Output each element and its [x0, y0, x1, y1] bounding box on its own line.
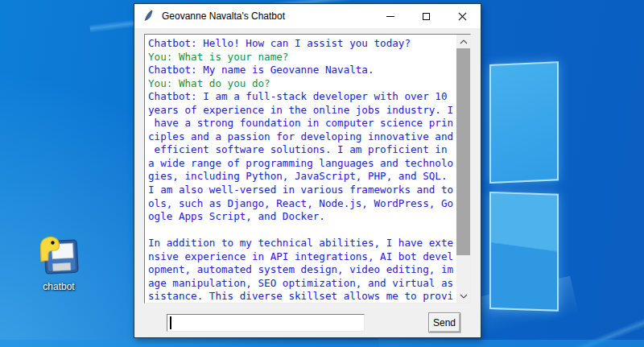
chat-line: I am also well-versed in various framewo…	[148, 184, 456, 197]
chat-line: a wide range of programming languages an…	[148, 157, 456, 171]
scroll-down-button[interactable]	[456, 289, 470, 303]
close-icon	[458, 12, 467, 21]
chevron-down-icon	[460, 294, 468, 299]
window-title: Geovanne Navalta's Chatbot	[162, 10, 285, 22]
window-titlebar[interactable]: Geovanne Navalta's Chatbot	[134, 4, 481, 28]
chat-line: Chatbot: I am a full-stack developer wit…	[148, 90, 456, 104]
message-entry-wrap	[167, 314, 365, 332]
chat-line: opment, automated system design, video e…	[148, 263, 456, 277]
chat-line: years of experience in the online jobs i…	[148, 104, 456, 118]
send-button-label: Send	[433, 317, 456, 328]
caption-buttons	[372, 4, 481, 28]
windows-logo-pane	[489, 61, 559, 184]
chat-transcript[interactable]: Chatbot: Hello! How can I assist you tod…	[144, 34, 471, 304]
windows-logo-pane	[489, 192, 559, 312]
scroll-up-button[interactable]	[456, 35, 470, 48]
python-file-icon	[14, 234, 103, 279]
desktop-icon-label: chatbot	[14, 281, 103, 292]
desktop-background: chatbot Geovanne Navalta's Chatbot	[0, 0, 644, 347]
chat-line: ols, such as Django, React, Node.js, Wor…	[148, 197, 456, 211]
chat-line: nsive experience in API integrations, AI…	[148, 250, 456, 264]
scrollbar-thumb[interactable]	[456, 48, 470, 255]
chat-line: gies, including Python, JavaScript, PHP,…	[148, 170, 456, 184]
chat-line: Chatbot: My name is Geovanne Navalta.	[148, 64, 456, 77]
chat-line: You: What is your name?	[148, 51, 456, 64]
chat-line: have a strong foundation in computer sci…	[148, 117, 456, 130]
chat-line: age manipulation, SEO optimization, and …	[148, 277, 456, 291]
chat-line: Chatbot: Hello! How can I assist you tod…	[148, 37, 456, 51]
python-feather-icon	[142, 10, 155, 23]
send-button[interactable]: Send	[428, 312, 460, 333]
chat-line: ogle Apps Script, and Docker.	[148, 210, 456, 224]
close-button[interactable]	[444, 4, 481, 28]
chat-line: efficient software solutions. I am profi…	[148, 143, 456, 157]
chat-line	[148, 224, 456, 238]
chat-messages: Chatbot: Hello! How can I assist you tod…	[145, 35, 456, 303]
chat-line: ciples and a passion for developing inno…	[148, 130, 456, 144]
desktop-icon-chatbot[interactable]: chatbot	[14, 234, 103, 292]
maximize-icon	[423, 13, 430, 20]
minimize-button[interactable]	[372, 4, 408, 28]
message-input[interactable]	[167, 314, 365, 332]
chat-line: In addition to my technical abilities, I…	[148, 237, 456, 250]
maximize-button[interactable]	[408, 4, 444, 28]
chevron-up-icon	[460, 39, 468, 44]
scrollbar[interactable]	[456, 35, 470, 303]
wallpaper-bottom-band	[0, 340, 644, 347]
minimize-icon	[386, 16, 394, 17]
text-cursor	[170, 316, 171, 329]
chat-line: You: What do you do?	[148, 77, 456, 91]
chat-line: sistance. This diverse skillset allows m…	[148, 290, 456, 303]
chatbot-window: Geovanne Navalta's Chatbot Chatbot: Hell…	[134, 3, 481, 338]
